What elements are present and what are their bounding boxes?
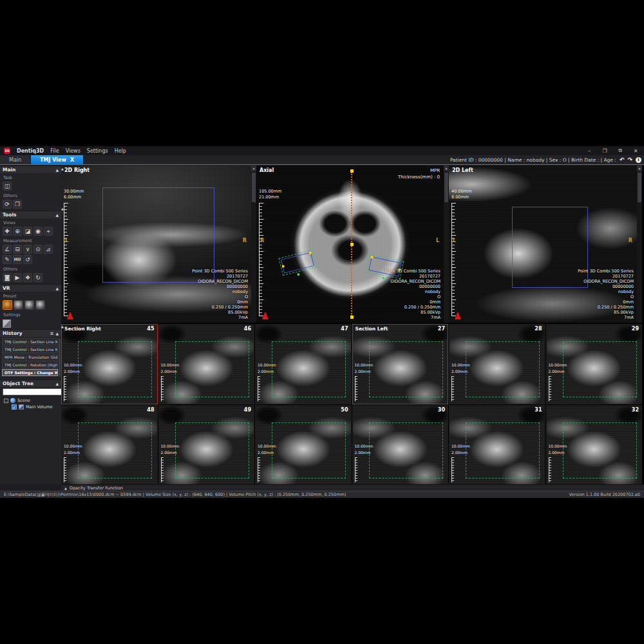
collapse-icon[interactable]: ▲ bbox=[55, 167, 59, 172]
history-item[interactable]: MPR Move : Translation Slider [Axial] bbox=[2, 354, 58, 361]
section-cell[interactable]: 32 10.00mm 2.00mm bbox=[546, 405, 643, 486]
reset-measure-icon[interactable]: ↺ bbox=[23, 255, 32, 264]
history-list-icon[interactable]: ≡ bbox=[50, 331, 54, 336]
rotate-icon[interactable]: ↻ bbox=[33, 273, 43, 282]
section-cell[interactable]: 29 10.00mm 2.00mm bbox=[546, 324, 643, 404]
view-scrollbar[interactable]: ▴ bbox=[637, 166, 642, 323]
vr-preset-2-icon[interactable] bbox=[14, 300, 23, 310]
tmj-task-icon[interactable]: ◫ bbox=[3, 182, 12, 191]
expander-icon[interactable]: – bbox=[4, 399, 8, 403]
popout-button[interactable]: ⧉ bbox=[616, 147, 625, 154]
section-cell[interactable]: 49 10.00mm 2.00mm bbox=[158, 405, 255, 486]
collapse-icon[interactable]: ▲ bbox=[55, 381, 59, 386]
vr-preset-4-icon[interactable] bbox=[35, 300, 45, 310]
panel-header-main[interactable]: Main ▲ bbox=[0, 166, 61, 173]
scale-value: 105.00mm bbox=[259, 189, 281, 194]
otf-bar[interactable]: ▲ Opacity Transfer Function bbox=[61, 484, 644, 491]
section-cell[interactable]: 46 10.00mm 2.00mm bbox=[158, 324, 255, 404]
tab-main[interactable]: Main bbox=[0, 155, 31, 164]
collapse-icon[interactable]: ▲ bbox=[55, 213, 59, 217]
vr-preset-3-icon[interactable] bbox=[24, 300, 34, 310]
line-handle[interactable] bbox=[350, 316, 354, 319]
tabbar: Main TMJ View X Patient ID : 00000000 | … bbox=[0, 155, 644, 165]
line-handle[interactable] bbox=[350, 169, 354, 173]
section-cell[interactable]: 47 10.00mm 2.00mm bbox=[255, 324, 352, 404]
view-axial[interactable]: Axial MPR Thickness(mm) : 0 105.00mm 21.… bbox=[256, 166, 444, 323]
section-cell[interactable]: 50 10.00mm 2.00mm bbox=[255, 405, 352, 486]
mpr-center-line[interactable] bbox=[351, 172, 352, 316]
info-icon[interactable]: i bbox=[636, 157, 641, 163]
object-tree-search-input[interactable] bbox=[3, 388, 61, 395]
hu-measure-icon[interactable]: HU bbox=[13, 255, 22, 264]
zoom-icon[interactable]: ⊕ bbox=[13, 227, 22, 236]
collapse-arrow[interactable]: ▲ bbox=[64, 486, 67, 490]
view-scrollbar[interactable]: ▴ bbox=[444, 166, 449, 323]
history-item[interactable]: TMJ Control : Section Line Move [Left] bbox=[2, 338, 58, 345]
vr-settings-cube-icon[interactable] bbox=[3, 319, 11, 328]
tab-close-icon[interactable]: X bbox=[70, 157, 74, 163]
section-cell[interactable]: 48 10.00mm 2.00mm bbox=[61, 405, 158, 486]
view-2d-right[interactable]: 2D Right 30.00mm 6.00mm L R Point 3D Com… bbox=[61, 166, 251, 323]
section-cell[interactable]: 28 10.00mm 2.00mm bbox=[449, 324, 545, 404]
circle-measure-icon[interactable]: ⊙ bbox=[33, 245, 43, 254]
section-cell[interactable]: 31 10.00mm 2.00mm bbox=[449, 405, 545, 486]
section-cell[interactable]: 30 10.00mm 2.00mm bbox=[352, 405, 449, 486]
pick-zoom-icon[interactable]: ⌖ bbox=[44, 227, 53, 236]
roi-rect bbox=[466, 341, 540, 397]
undo-icon[interactable]: ↶ bbox=[620, 156, 625, 163]
minimize-button[interactable]: – bbox=[585, 148, 594, 154]
maximize-button[interactable]: ❐ bbox=[600, 148, 609, 154]
reset-view-icon[interactable]: ⟳ bbox=[3, 200, 12, 209]
scale-value: 10.00mm bbox=[355, 444, 374, 448]
angle-measure-icon[interactable]: ∠ bbox=[3, 245, 12, 254]
view-2d-left[interactable]: 2D Left 40.00mm 8.00mm L R Point 3D Comb… bbox=[449, 166, 637, 323]
collapse-arrow[interactable]: ▲ bbox=[61, 167, 64, 171]
scroll-thumb[interactable] bbox=[638, 173, 641, 202]
scroll-up-icon[interactable]: ▴ bbox=[251, 166, 256, 171]
scroll-up-icon[interactable]: ▴ bbox=[444, 166, 449, 171]
collapse-icon[interactable]: ▲ bbox=[55, 331, 59, 336]
windowing-icon[interactable]: ◪ bbox=[23, 227, 32, 236]
tab-tmj-view[interactable]: TMJ View X bbox=[31, 155, 84, 164]
area-measure-icon[interactable]: ⊿ bbox=[44, 245, 53, 254]
collapse-icon[interactable]: ▲ bbox=[55, 286, 59, 290]
menu-views[interactable]: Views bbox=[66, 148, 80, 154]
menu-settings[interactable]: Settings bbox=[87, 148, 108, 154]
view-scrollbar[interactable]: ▴ bbox=[251, 166, 256, 323]
panel-header-object-tree[interactable]: Object Tree ▲ bbox=[0, 379, 61, 387]
scroll-up-icon[interactable]: ▴ bbox=[637, 166, 642, 171]
redo-icon[interactable]: ↷ bbox=[627, 156, 632, 163]
layout-icon[interactable]: ❐ bbox=[13, 200, 22, 209]
capture-icon[interactable]: ◙ bbox=[3, 273, 12, 282]
history-item[interactable]: TMJ Control : Rotation [Right] bbox=[2, 361, 58, 368]
scroll-thumb[interactable] bbox=[252, 173, 256, 202]
line-handle[interactable] bbox=[350, 243, 354, 246]
close-button[interactable]: ✕ bbox=[631, 148, 640, 154]
vr-preset-1-icon[interactable] bbox=[3, 300, 12, 310]
section-region-rect[interactable] bbox=[512, 207, 588, 288]
distance-measure-icon[interactable]: ⊟ bbox=[13, 245, 22, 254]
tree-node-scene[interactable]: – Scene bbox=[4, 397, 57, 404]
overlay-toggle-icon[interactable]: ◉ bbox=[33, 227, 43, 236]
history-item[interactable]: TMJ Control : Section Line Move [Right] bbox=[2, 346, 58, 353]
roi-rect bbox=[369, 341, 443, 397]
implant-icon[interactable]: ❖ bbox=[23, 273, 32, 282]
annotation-icon[interactable]: ✎ bbox=[3, 255, 12, 264]
panel-header-history[interactable]: History ≡ ▲ bbox=[0, 329, 61, 337]
menu-file[interactable]: File bbox=[50, 148, 59, 154]
section-cell[interactable]: Section Right 45 10.00mm 2.00mm bbox=[61, 324, 158, 404]
pan-icon[interactable]: ✚ bbox=[3, 227, 12, 236]
history-item-selected[interactable]: OTF Settings : Change Windowing Range bbox=[2, 369, 58, 376]
polyline-measure-icon[interactable]: ∨ bbox=[23, 245, 32, 254]
volume-checkbox[interactable]: ✓ bbox=[12, 404, 17, 410]
tree-node-main-volume[interactable]: ✓ Main Volume bbox=[4, 404, 57, 410]
scroll-thumb[interactable] bbox=[444, 173, 448, 202]
history-scrollbar[interactable] bbox=[59, 338, 61, 377]
collapse-arrow[interactable]: ▲ bbox=[61, 207, 64, 211]
panel-header-vr[interactable]: VR ▲ bbox=[0, 284, 61, 292]
panel-header-tools[interactable]: Tools ▲ bbox=[0, 211, 61, 218]
record-icon[interactable]: ▶ bbox=[13, 273, 22, 282]
section-cell[interactable]: Section Left 27 10.00mm 2.00mm bbox=[352, 324, 449, 404]
menu-help[interactable]: Help bbox=[115, 148, 126, 154]
collapse-arrow[interactable]: ▲ bbox=[61, 325, 64, 328]
